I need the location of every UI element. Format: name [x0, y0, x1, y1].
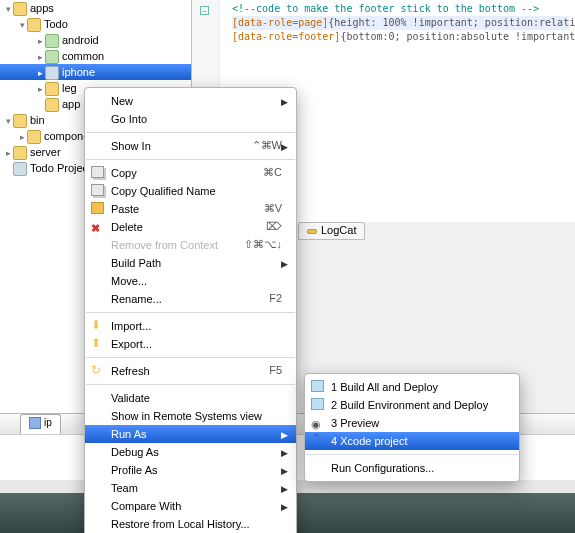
tree-label: apps: [27, 2, 54, 14]
disclosure-icon[interactable]: [36, 97, 45, 112]
menu-label: Export...: [111, 338, 152, 350]
submenu-arrow-icon: ▶: [281, 463, 288, 479]
menu-label: 2 Build Environment and Deploy: [331, 399, 488, 411]
menu-item[interactable]: ⬇Import...: [85, 317, 296, 335]
menu-item: Remove from Context⇧⌘⌥↓: [85, 236, 296, 254]
tree-label: leg: [59, 82, 77, 94]
menu-shortcut: ⇧⌘⌥↓: [244, 236, 283, 252]
menu-item[interactable]: Build Path▶: [85, 254, 296, 272]
tree-item[interactable]: ▸android: [0, 32, 191, 48]
menu-item[interactable]: Show In⌃⌘W▶: [85, 137, 296, 155]
menu-label: Restore from Local History...: [111, 518, 250, 530]
menu-label: 3 Preview: [331, 417, 379, 429]
tree-item[interactable]: ▸common: [0, 48, 191, 64]
menu-shortcut: F5: [269, 362, 282, 378]
menu-label: Debug As: [111, 446, 159, 458]
submenu-arrow-icon: ▶: [281, 94, 288, 110]
disclosure-icon[interactable]: ▸: [36, 33, 45, 48]
tree-item[interactable]: ▾apps: [0, 0, 191, 16]
folder-icon: [45, 82, 59, 96]
menu-shortcut: ⌦: [266, 218, 282, 234]
menu-label: Profile As: [111, 464, 157, 476]
xcode-icon: ⌃: [311, 434, 324, 446]
folder-icon: [45, 98, 59, 112]
disclosure-icon[interactable]: ▸: [18, 129, 27, 144]
folder-icon: [13, 114, 27, 128]
preview-icon: ◉: [311, 416, 324, 428]
submenu-arrow-icon: ▶: [281, 256, 288, 272]
code-token: {bottom:0; position:absolute !important;…: [340, 31, 575, 42]
file-js-icon: [45, 34, 59, 48]
disclosure-icon[interactable]: ▾: [4, 113, 13, 128]
tree-item[interactable]: ▸iphone: [0, 64, 191, 80]
editor-tab[interactable]: ip: [20, 414, 61, 434]
tree-label: Todo Projec: [27, 162, 88, 174]
menu-item[interactable]: Restore from Local History...: [85, 515, 296, 533]
menu-item[interactable]: New▶: [85, 92, 296, 110]
menu-separator: [86, 159, 295, 160]
tree-label: server: [27, 146, 61, 158]
tree-label: bin: [27, 114, 45, 126]
menu-item[interactable]: ⌃4 Xcode project: [305, 432, 519, 450]
menu-item[interactable]: Paste⌘V: [85, 200, 296, 218]
submenu-run-as: 1 Build All and Deploy2 Build Environmen…: [304, 373, 520, 482]
menu-label: Run Configurations...: [331, 462, 434, 474]
fold-minus-icon[interactable]: −: [200, 6, 209, 15]
menu-item[interactable]: Copy Qualified Name: [85, 182, 296, 200]
menu-label: Go Into: [111, 113, 147, 125]
import-icon: ⬇: [91, 319, 104, 331]
build-icon: [311, 398, 324, 410]
menu-item[interactable]: Show in Remote Systems view: [85, 407, 296, 425]
menu-item[interactable]: Go Into: [85, 110, 296, 128]
menu-label: Copy: [111, 167, 137, 179]
tree-label: iphone: [59, 66, 95, 78]
menu-item[interactable]: Validate: [85, 389, 296, 407]
menu-item[interactable]: Copy⌘C: [85, 164, 296, 182]
menu-item[interactable]: Move...: [85, 272, 296, 290]
menu-label: Move...: [111, 275, 147, 287]
disclosure-icon[interactable]: ▸: [36, 49, 45, 64]
disclosure-icon[interactable]: ▾: [4, 1, 13, 16]
file-gen-icon: [13, 162, 27, 176]
menu-label: Validate: [111, 392, 150, 404]
file-js-icon: [45, 50, 59, 64]
submenu-arrow-icon: ▶: [281, 499, 288, 515]
menu-separator: [86, 132, 295, 133]
code-token: [data-role=page]: [232, 17, 328, 28]
menu-item[interactable]: ⬆Export...: [85, 335, 296, 353]
menu-label: Paste: [111, 203, 139, 215]
menu-label: Rename...: [111, 293, 162, 305]
refresh-icon: ↻: [91, 364, 104, 376]
submenu-arrow-icon: ▶: [281, 481, 288, 497]
logcat-icon: [307, 229, 317, 234]
menu-item[interactable]: Run Configurations...: [305, 459, 519, 477]
menu-item[interactable]: Profile As▶: [85, 461, 296, 479]
file-icon: [29, 417, 41, 429]
delete-icon: ✖: [91, 220, 104, 232]
code-token: [data-role=footer]: [232, 31, 340, 42]
code-token: {height: 100% !important; position:relat…: [328, 17, 575, 28]
menu-item[interactable]: 1 Build All and Deploy: [305, 378, 519, 396]
menu-item[interactable]: Team▶: [85, 479, 296, 497]
submenu-arrow-icon: ▶: [281, 445, 288, 461]
menu-item[interactable]: Compare With▶: [85, 497, 296, 515]
tab-logcat[interactable]: LogCat: [298, 222, 365, 240]
menu-item[interactable]: Rename...F2: [85, 290, 296, 308]
tree-item[interactable]: ▾Todo: [0, 16, 191, 32]
disclosure-icon[interactable]: ▾: [18, 17, 27, 32]
menu-shortcut: F2: [269, 290, 282, 306]
menu-item[interactable]: ◉3 Preview: [305, 414, 519, 432]
menu-item[interactable]: Debug As▶: [85, 443, 296, 461]
menu-shortcut: ⌘C: [263, 164, 282, 180]
menu-item[interactable]: 2 Build Environment and Deploy: [305, 396, 519, 414]
disclosure-icon[interactable]: [4, 161, 13, 176]
disclosure-icon[interactable]: ▸: [4, 145, 13, 160]
menu-label: 4 Xcode project: [331, 435, 407, 447]
disclosure-icon[interactable]: ▸: [36, 81, 45, 96]
menu-item[interactable]: Run As▶: [85, 425, 296, 443]
menu-item[interactable]: ↻RefreshF5: [85, 362, 296, 380]
folder-icon: [13, 146, 27, 160]
menu-item[interactable]: ✖Delete⌦: [85, 218, 296, 236]
disclosure-icon[interactable]: ▸: [36, 65, 45, 80]
menu-label: 1 Build All and Deploy: [331, 381, 438, 393]
